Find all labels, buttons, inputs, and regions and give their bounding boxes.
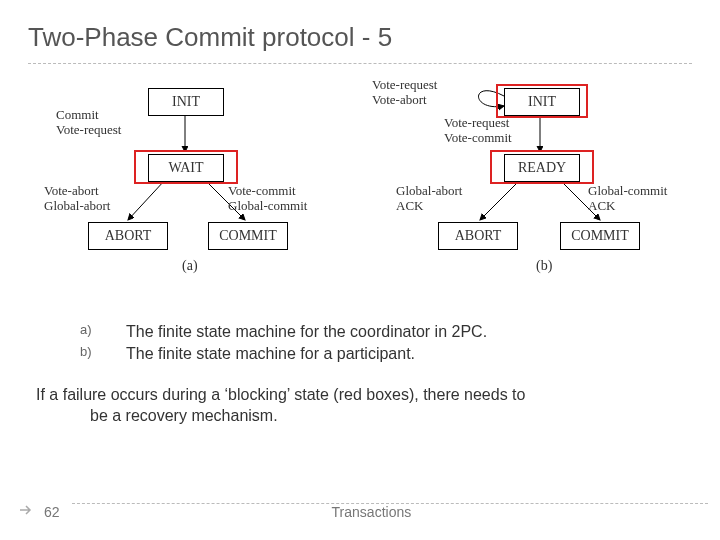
diagram-b: INIT READY ABORT COMMIT Vote-requestVote… bbox=[400, 72, 720, 287]
diagrams-container: INIT WAIT ABORT COMMIT CommitVote-reques… bbox=[0, 72, 720, 307]
label-b-globalcommit-ack: Global-commitACK bbox=[588, 184, 667, 214]
highlight-a-wait bbox=[134, 150, 238, 184]
list-text-a: The finite state machine for the coordin… bbox=[126, 321, 487, 343]
list-letter-b: b) bbox=[80, 343, 98, 365]
highlight-b-ready bbox=[490, 150, 594, 184]
slide-footer: 62 Transactions bbox=[0, 503, 720, 520]
list-letter-a: a) bbox=[80, 321, 98, 343]
caption-b: (b) bbox=[536, 258, 552, 274]
list-item-b: b) The finite state machine for a partic… bbox=[80, 343, 720, 365]
page-number: 62 bbox=[44, 504, 60, 520]
recovery-note: If a failure occurs during a ‘blocking’ … bbox=[36, 384, 684, 427]
recovery-line-2: be a recovery mechanism. bbox=[36, 405, 684, 427]
title-divider bbox=[28, 63, 692, 64]
footer-arrow-icon bbox=[18, 503, 34, 520]
diagram-a: INIT WAIT ABORT COMMIT CommitVote-reques… bbox=[50, 72, 370, 287]
label-b-voterequest-votecommit: Vote-requestVote-commit bbox=[444, 116, 512, 146]
label-a-votecommit-globalcommit: Vote-commitGlobal-commit bbox=[228, 184, 307, 214]
label-a-commit-voterequest: CommitVote-request bbox=[56, 108, 121, 138]
label-a-voteabort-globalabort: Vote-abortGlobal-abort bbox=[44, 184, 110, 214]
highlight-b-init bbox=[496, 84, 588, 118]
slide-title: Two-Phase Commit protocol - 5 bbox=[0, 0, 720, 63]
state-b-abort: ABORT bbox=[438, 222, 518, 250]
state-b-commit: COMMIT bbox=[560, 222, 640, 250]
list-item-a: a) The finite state machine for the coor… bbox=[80, 321, 720, 343]
caption-a: (a) bbox=[182, 258, 198, 274]
recovery-line-1: If a failure occurs during a ‘blocking’ … bbox=[36, 384, 684, 406]
list-text-b: The finite state machine for a participa… bbox=[126, 343, 415, 365]
label-b-globalabort-ack: Global-abortACK bbox=[396, 184, 462, 214]
label-b-voterequest-voteabort: Vote-requestVote-abort bbox=[372, 78, 437, 108]
state-a-init: INIT bbox=[148, 88, 224, 116]
state-a-commit: COMMIT bbox=[208, 222, 288, 250]
footer-divider: Transactions bbox=[72, 503, 708, 520]
description-list: a) The finite state machine for the coor… bbox=[80, 321, 720, 366]
footer-label: Transactions bbox=[332, 504, 412, 520]
state-a-abort: ABORT bbox=[88, 222, 168, 250]
